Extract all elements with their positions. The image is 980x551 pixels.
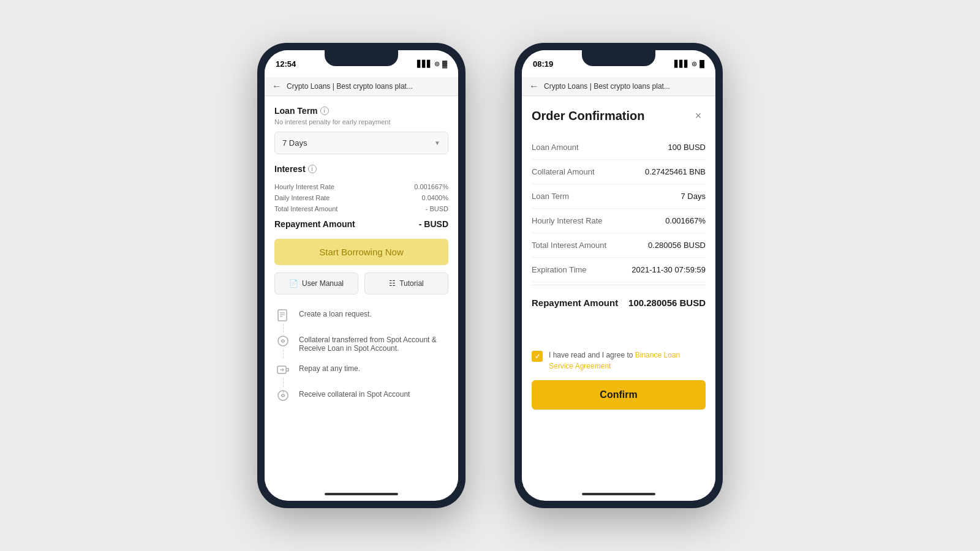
step-4: Receive collateral in Spot Account	[274, 387, 448, 404]
step-2: Collateral transferred from Spot Account…	[274, 332, 448, 353]
browser-bar-right: ← Crypto Loans | Best crypto loans plat.…	[522, 77, 715, 96]
svg-point-8	[278, 391, 288, 400]
phone-left: 12:54 ▋▋▋ ⊛ ▓ ← Crypto Loans | Best cryp…	[257, 43, 466, 508]
daily-rate-label: Daily Interest Rate	[274, 194, 330, 201]
total-interest-confirm-label: Total Interest Amount	[532, 241, 606, 250]
status-time-left: 12:54	[276, 59, 296, 69]
step-1-text: Create a loan request.	[299, 307, 372, 318]
modal-title: Order Confirmation	[532, 109, 644, 123]
agreement-checkbox[interactable]: ✓	[532, 351, 543, 362]
user-manual-button[interactable]: 📄 User Manual	[274, 272, 358, 294]
status-bar-left: 12:54 ▋▋▋ ⊛ ▓	[265, 50, 458, 77]
step-1: Create a loan request.	[274, 307, 448, 324]
daily-rate-value: 0.0400%	[422, 194, 448, 201]
step-4-icon	[274, 387, 292, 404]
modal-container: Order Confirmation × Loan Amount 100 BUS…	[522, 96, 715, 487]
repayment-confirm-row: Repayment Amount 100.280056 BUSD	[532, 288, 706, 318]
wifi-icon-r: ⊛	[692, 60, 697, 68]
phone-right: 08:19 ▋▋▋ ⊛ █ ← Crypto Loans | Best cryp…	[514, 43, 723, 508]
loan-term-subtitle: No interest penalty for early repayment	[274, 118, 448, 126]
repayment-row: Repayment Amount - BUSD	[274, 214, 448, 229]
repayment-confirm-label: Repayment Amount	[532, 298, 618, 308]
loan-term-confirm-label: Loan Term	[532, 192, 569, 201]
tutorial-label: Tutorial	[399, 279, 424, 288]
modal-sheet: Order Confirmation × Loan Amount 100 BUS…	[522, 96, 715, 487]
status-time-right: 08:19	[533, 59, 553, 69]
collateral-value: 0.27425461 BNB	[645, 167, 706, 176]
confirm-button[interactable]: Confirm	[532, 380, 706, 410]
svg-rect-0	[278, 310, 287, 321]
checkmark-icon: ✓	[535, 353, 540, 361]
hourly-rate-row: Hourly Interest Rate 0.001667%	[274, 181, 448, 192]
hourly-rate-confirm-row: Hourly Interest Rate 0.001667%	[532, 209, 706, 233]
interest-label: Interest	[274, 164, 306, 174]
wifi-icon: ⊛	[434, 60, 440, 68]
step-2-icon	[274, 332, 292, 350]
step-3-icon	[274, 361, 292, 378]
loan-term-info-icon[interactable]: i	[320, 107, 329, 115]
browser-url-right: Crypto Loans | Best crypto loans plat...	[544, 82, 708, 91]
total-interest-value: - BUSD	[426, 205, 448, 212]
loan-amount-row: Loan Amount 100 BUSD	[532, 135, 706, 160]
steps-section: Create a loan request. Collateral transf…	[274, 307, 448, 404]
loan-amount-value: 100 BUSD	[668, 143, 706, 152]
step-4-text: Receive collateral in Spot Account	[299, 387, 410, 399]
loan-amount-label: Loan Amount	[532, 143, 579, 152]
status-bar-right: 08:19 ▋▋▋ ⊛ █	[522, 50, 715, 77]
back-button-right[interactable]: ←	[529, 81, 539, 92]
total-interest-label: Total Interest Amount	[274, 205, 337, 212]
status-icons-right: ▋▋▋ ⊛ █	[674, 60, 704, 68]
expiration-value: 2021-11-30 07:59:59	[631, 265, 706, 274]
repayment-label: Repayment Amount	[274, 219, 355, 229]
svg-point-4	[278, 336, 288, 346]
modal-divider	[532, 285, 706, 285]
hourly-rate-confirm-value: 0.001667%	[665, 216, 706, 225]
loan-term-value: 7 Days	[282, 138, 307, 148]
loan-term-section: Loan Term i	[274, 106, 448, 116]
agreement-text: I have read and I agree to Binance Loan …	[549, 350, 706, 372]
expiration-row: Expiration Time 2021-11-30 07:59:59	[532, 258, 706, 282]
dropdown-arrow-icon: ▼	[434, 140, 440, 146]
hourly-rate-label: Hourly Interest Rate	[274, 183, 334, 190]
user-manual-label: User Manual	[302, 279, 344, 288]
loan-term-dropdown[interactable]: 7 Days ▼	[274, 132, 448, 154]
tutorial-button[interactable]: ☷ Tutorial	[364, 272, 448, 294]
collateral-row: Collateral Amount 0.27425461 BNB	[532, 160, 706, 184]
home-bar-right	[522, 487, 715, 501]
svg-point-5	[282, 340, 284, 342]
modal-header: Order Confirmation ×	[532, 108, 706, 123]
total-interest-row: Total Interest Amount - BUSD	[274, 203, 448, 214]
browser-bar-left: ← Crypto Loans | Best crypto loans plat.…	[265, 77, 458, 96]
battery-icon-r: █	[699, 60, 704, 67]
repayment-confirm-value: 100.280056 BUSD	[628, 298, 706, 308]
browser-url-left: Crypto Loans | Best crypto loans plat...	[287, 82, 451, 91]
tutorial-icon: ☷	[389, 279, 396, 288]
signal-icon: ▋▋▋	[417, 60, 432, 68]
signal-icon-r: ▋▋▋	[674, 60, 689, 68]
agreement-section: ✓ I have read and I agree to Binance Loa…	[532, 350, 706, 372]
status-icons-left: ▋▋▋ ⊛ ▓	[417, 60, 447, 68]
loan-term-label: Loan Term	[274, 106, 318, 116]
battery-icon: ▓	[442, 60, 447, 67]
agreement-prefix: I have read and I agree to	[549, 351, 635, 359]
home-bar-left	[265, 487, 458, 501]
interest-info-icon[interactable]: i	[308, 165, 317, 173]
collateral-label: Collateral Amount	[532, 167, 595, 176]
borrow-button[interactable]: Start Borrowing Now	[274, 239, 448, 265]
user-manual-icon: 📄	[289, 279, 298, 288]
back-button-left[interactable]: ←	[272, 81, 282, 92]
expiration-label: Expiration Time	[532, 265, 587, 274]
daily-rate-row: Daily Interest Rate 0.0400%	[274, 192, 448, 203]
step-3: Repay at any time.	[274, 361, 448, 378]
step-3-text: Repay at any time.	[299, 361, 360, 373]
action-buttons: 📄 User Manual ☷ Tutorial	[274, 272, 448, 294]
step-2-text: Collateral transferred from Spot Account…	[299, 332, 448, 353]
total-interest-confirm-value: 0.280056 BUSD	[648, 241, 706, 250]
loan-term-confirm-row: Loan Term 7 Days	[532, 184, 706, 209]
svg-point-9	[282, 394, 284, 397]
step-1-icon	[274, 307, 292, 324]
total-interest-confirm-row: Total Interest Amount 0.280056 BUSD	[532, 233, 706, 258]
close-button[interactable]: ×	[691, 108, 706, 123]
hourly-rate-confirm-label: Hourly Interest Rate	[532, 216, 603, 225]
phone-content-left: Loan Term i No interest penalty for earl…	[265, 96, 458, 487]
